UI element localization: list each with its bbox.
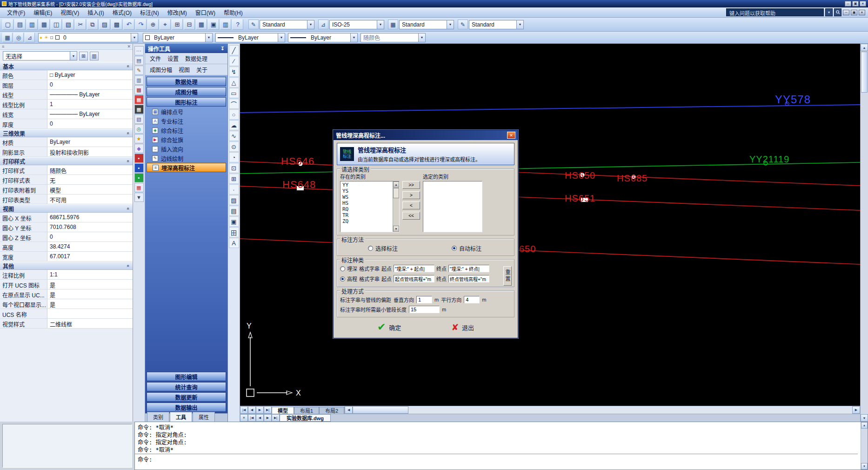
category-list-item[interactable]: YY (341, 182, 392, 188)
property-row[interactable]: 图层 0 (0, 80, 133, 90)
min-segment-length-input[interactable] (409, 306, 440, 313)
command-prompt[interactable]: 命令: (138, 455, 858, 463)
parallel-offset-input[interactable] (464, 296, 480, 303)
plugin-tool-icon[interactable]: ▦ (134, 183, 144, 192)
toggle-pickadd-button[interactable]: ⊞ (79, 52, 88, 60)
draw-tool-icon[interactable]: ⊙ (229, 141, 239, 152)
toolbar-icon[interactable]: ✂ (75, 19, 86, 30)
dialog-title-bar[interactable]: 管线埋深高程标注... ✕ (334, 130, 518, 140)
reset-button[interactable]: 重置 (503, 266, 512, 286)
property-row[interactable]: 打印表类型 不可用 (0, 195, 133, 204)
transfer-button[interactable]: << (402, 212, 420, 220)
property-row[interactable]: 线型比例 1 (0, 100, 133, 109)
palette-menu-item[interactable]: 成图分幅 (147, 65, 175, 74)
last-tab-icon[interactable]: ▶| (272, 414, 280, 422)
plugin-tool-icon[interactable]: ▪ (134, 163, 144, 173)
linetype-combo[interactable]: ByLayer ▼ (215, 33, 285, 42)
section-header[interactable]: 视图 « (0, 204, 133, 213)
toolbar-icon[interactable]: ↶ (123, 19, 134, 30)
property-row[interactable]: 打开 UCS 图标 是 (0, 280, 133, 289)
color-combo[interactable]: ByLayer ▼ (143, 33, 213, 42)
menu-item[interactable]: 文件(F) (3, 7, 29, 17)
chevron-down-icon[interactable]: ▼ (377, 20, 384, 29)
ops-group-button[interactable]: 图形编辑 (147, 372, 226, 381)
palette-menu-item[interactable]: 数据处理 (182, 54, 210, 63)
ops-group-button[interactable]: 数据处理 (147, 77, 226, 86)
existing-category-list[interactable]: YYYSWSHSRQTRZQ ▲ ▼ (340, 181, 400, 232)
transfer-button[interactable]: < (402, 201, 420, 209)
transfer-button[interactable]: > (402, 191, 420, 199)
toolbar-icon[interactable]: ▣ (208, 19, 219, 30)
section-header[interactable]: 打印样式 « (0, 157, 133, 165)
select-annotate-option[interactable]: 选择标注 (368, 244, 398, 252)
style-icon[interactable]: ✎ (458, 20, 468, 29)
toolbar-icon[interactable]: ⌖ (160, 19, 171, 30)
property-row[interactable]: 打印样式 随颜色 (0, 165, 133, 175)
draw-tool-icon[interactable]: △ (229, 77, 239, 87)
style-icon[interactable]: ⊿ (318, 20, 328, 29)
close-drawing-icon[interactable]: ✕ (240, 414, 248, 422)
palette-menu-item[interactable]: 关于 (194, 65, 210, 74)
layer-lock-icon[interactable]: ◘ (50, 35, 53, 40)
plugin-tool-icon[interactable]: ▪ (134, 154, 144, 163)
scroll-down-icon[interactable]: ▼ (393, 226, 399, 232)
chevron-down-icon[interactable]: ▼ (418, 34, 425, 42)
property-row[interactable]: 颜色 □ ByLayer (0, 70, 133, 80)
ops-command-item[interactable]: ▶ 综合扯旗 (147, 135, 226, 144)
ops-group-button[interactable]: 图形标注 (147, 97, 226, 107)
style-icon[interactable]: ✎ (248, 20, 259, 29)
drawing-tab[interactable]: 实验数据库.dwg (280, 414, 331, 422)
palette-menu-item[interactable]: 视图 (176, 65, 193, 74)
next-tab-icon[interactable]: ▶ (264, 414, 272, 422)
toolbar-icon[interactable]: ▨ (99, 19, 110, 30)
layout-tab[interactable]: 布局1 (294, 407, 319, 414)
draw-tool-icon[interactable]: ◔ (229, 152, 239, 162)
category-list-item[interactable]: TR (341, 212, 392, 218)
quick-select-button[interactable]: ▥ (90, 52, 99, 60)
radio-icon[interactable] (368, 246, 373, 251)
ops-command-item[interactable]: ≡ 埋深高程标注 (147, 163, 226, 172)
layer-on-icon[interactable]: ● (40, 35, 42, 40)
scroll-thumb[interactable] (353, 406, 408, 414)
radio-icon[interactable] (452, 246, 457, 251)
toolbar-icon[interactable]: ⊞ (172, 19, 183, 30)
plugin-tool-icon[interactable]: ★ (134, 134, 144, 143)
palette-menu-item[interactable]: 文件 (147, 54, 164, 63)
property-row[interactable]: 打印样式表 无 (0, 175, 133, 185)
draw-tool-icon[interactable]: 田 (229, 227, 239, 237)
property-row[interactable]: 厚度 0 (0, 119, 133, 129)
draw-tool-icon[interactable]: ▭ (229, 88, 239, 98)
ops-group-button[interactable]: 成图分幅 (147, 87, 226, 96)
palette-grip[interactable]: ≡ ✕ (0, 44, 133, 50)
property-row[interactable]: 圆心 X 坐标 68671.5976 (0, 213, 133, 222)
toolbar-icon[interactable]: ▥ (220, 19, 231, 30)
ops-command-item[interactable]: → 插入流向 (147, 144, 226, 154)
chevron-down-icon[interactable]: ▼ (131, 34, 138, 42)
property-row[interactable]: 注释比例 1:1 (0, 270, 133, 280)
property-row[interactable]: 圆心 Y 坐标 7010.7608 (0, 222, 133, 232)
toolbar-icon[interactable]: ▩ (111, 19, 122, 30)
transfer-button[interactable]: >> (402, 181, 420, 189)
draw-tool-icon[interactable]: ○ (229, 109, 239, 120)
style-combo[interactable]: Standard ▼ (399, 20, 454, 29)
menu-item[interactable]: 窗口(W) (191, 7, 220, 17)
scroll-thumb[interactable] (393, 188, 399, 198)
command-window[interactable]: 命令: *取消*命令: 指定对角点:命令: 指定对角点:命令: *取消* 命令:… (134, 422, 868, 470)
scroll-up-icon[interactable]: ▲ (393, 181, 399, 188)
collapse-icon[interactable]: « (126, 160, 131, 162)
minimize-button[interactable]: ─ (845, 1, 851, 7)
collapse-icon[interactable]: « (126, 264, 131, 267)
property-row[interactable]: 材质 ByLayer (0, 137, 133, 147)
ops-group-button[interactable]: 统计查询 (147, 382, 226, 391)
prev-tab-icon[interactable]: ◀ (248, 406, 256, 414)
depth-start-format-input[interactable] (394, 265, 434, 272)
drawing-canvas[interactable]: YY578YY21119HS646HS648HS650HS685HS651650… (240, 44, 860, 406)
scroll-up-icon[interactable]: ▲ (861, 422, 868, 429)
category-list-item[interactable]: RQ (341, 206, 392, 212)
radio-icon[interactable] (340, 276, 345, 282)
toolbar-icon[interactable]: ⊿ (25, 33, 35, 42)
draw-tool-icon[interactable]: ⊡ (229, 163, 239, 173)
vertical-scrollbar[interactable]: ▲ ▼ (860, 44, 868, 422)
next-tab-icon[interactable]: ▶ (256, 406, 264, 414)
mdi-restore-button[interactable]: ▣ (851, 10, 857, 15)
